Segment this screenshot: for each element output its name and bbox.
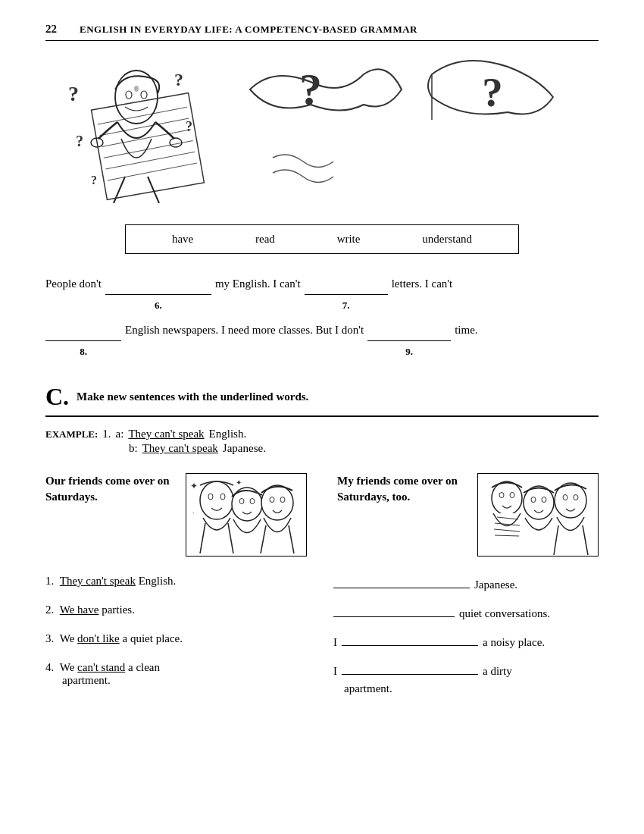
svg-point-9 — [141, 91, 147, 99]
svg-line-18 — [114, 177, 125, 203]
word-understand: understand — [422, 233, 472, 246]
example-a-underline: They can't speak — [128, 428, 204, 441]
svg-line-6 — [108, 163, 198, 180]
svg-text:?: ? — [299, 64, 322, 114]
svg-point-23 — [200, 481, 233, 519]
blank-7[interactable] — [305, 281, 388, 295]
svg-point-12 — [170, 138, 182, 147]
svg-text:?: ? — [76, 133, 83, 149]
exercise-4-left: 4. We can't stand a clean apartment. — [45, 661, 311, 687]
exercise-1-right: Japanese. — [333, 575, 599, 591]
exercise-1-left: 1. They can't speak English. — [45, 575, 311, 588]
fill-text-4: English newspapers. I need more classes.… — [125, 318, 364, 341]
example-b-label: b: — [129, 442, 138, 455]
example-num: 1. — [102, 428, 111, 441]
left-friend-caption: Our friends come over on Saturdays. — [45, 473, 177, 505]
ex-2-blank[interactable] — [333, 604, 455, 617]
fill-text-3: letters. I can't — [392, 272, 453, 295]
svg-line-41 — [495, 535, 519, 536]
blank-8-label: 8. — [45, 342, 121, 362]
ex-1-underline: They can't speak — [60, 575, 136, 587]
word-box: have read write understand — [125, 224, 519, 254]
page-number: 22 — [45, 23, 57, 36]
exercise-3-left: 3. We don't like a quiet place. — [45, 632, 311, 645]
blank-8[interactable] — [45, 328, 121, 341]
exercise-row-4: 4. We can't stand a clean apartment. I a… — [45, 661, 599, 695]
ex-1-end: English. — [139, 575, 177, 587]
left-friend-group: Our friends come over on Saturdays. ✦ — [45, 473, 307, 557]
svg-point-10 — [134, 86, 139, 92]
ex-4-right-end: a dirty — [483, 665, 512, 678]
ex-2-underline: We have — [60, 604, 99, 616]
example-b-end: Japanese. — [223, 442, 266, 455]
ex-3-num: 3. — [45, 632, 54, 644]
example-b-underline: They can't speak — [142, 442, 218, 455]
ex-4-right-start: I — [333, 665, 337, 678]
example-a-label: a: — [116, 428, 124, 441]
word-have: have — [172, 233, 193, 246]
exercise-row-3: 3. We don't like a quiet place. I a nois… — [45, 632, 599, 649]
ex-1-right-end: Japanese. — [474, 578, 517, 591]
exercise-3-right: I a noisy place. — [333, 632, 599, 649]
header-illustration: ? ? ? ? ? ? ? — [45, 52, 599, 203]
ex-4-underline: can't stand — [77, 661, 125, 673]
friends-section: Our friends come over on Saturdays. ✦ — [45, 473, 599, 557]
ex-4-blank[interactable] — [342, 661, 478, 675]
svg-line-4 — [103, 141, 193, 158]
svg-point-36 — [499, 493, 504, 498]
svg-point-25 — [220, 494, 225, 500]
right-friend-caption: My friends come over on Saturdays, too. — [337, 473, 468, 505]
ex-3-end: a quiet place. — [122, 632, 183, 644]
ex-3-right-end: a noisy place. — [483, 636, 545, 649]
svg-text:?: ? — [91, 174, 97, 187]
section-c-letter: C. — [45, 383, 69, 411]
svg-point-35 — [492, 481, 522, 515]
example-a-end: English. — [209, 428, 247, 441]
blank-6-label: 6. — [105, 296, 211, 315]
ex-2-end: parties. — [102, 604, 135, 616]
ex-4-start: We — [60, 661, 75, 673]
svg-text:?: ? — [68, 82, 79, 105]
ex-4-right-end2: apartment. — [344, 682, 392, 694]
blank-9[interactable] — [367, 328, 451, 341]
example-block: EXAMPLE: 1. a: They can't speak English.… — [45, 428, 599, 455]
illustration-area: ? ? ? ? ? ? ? — [45, 52, 599, 203]
blank-6[interactable] — [105, 281, 211, 295]
ex-2-right-end: quiet conversations. — [459, 607, 550, 620]
fill-text-1: People don't — [45, 272, 102, 295]
ex-4-num: 4. — [45, 661, 54, 673]
blank-7-label: 7. — [305, 296, 388, 315]
svg-text:?: ? — [186, 119, 192, 134]
left-friend-illustration: ✦ ✦ · — [186, 473, 307, 557]
svg-line-19 — [148, 177, 159, 203]
exercise-2-left: 2. We have parties. — [45, 604, 311, 616]
ex-1-num: 1. — [45, 575, 54, 587]
page-header: 22 ENGLISH IN EVERYDAY LIFE: A COMPETENC… — [45, 23, 599, 41]
ex-3-underline: don't like — [77, 632, 120, 644]
svg-text:·: · — [192, 509, 195, 517]
svg-text:?: ? — [482, 69, 503, 115]
ex-4-end2: apartment. — [62, 674, 111, 686]
page: 22 ENGLISH IN EVERYDAY LIFE: A COMPETENC… — [0, 0, 644, 834]
svg-text:✦: ✦ — [190, 481, 198, 491]
word-read: read — [255, 233, 275, 246]
svg-point-24 — [208, 494, 213, 500]
ex-3-start: We — [60, 632, 75, 644]
svg-text:✦: ✦ — [236, 478, 242, 487]
fill-text-5: time. — [455, 318, 477, 341]
section-c-header: C. Make new sentences with the underline… — [45, 383, 599, 417]
svg-text:?: ? — [174, 70, 183, 89]
svg-line-5 — [105, 152, 195, 169]
exercise-2-right: quiet conversations. — [333, 604, 599, 620]
exercise-list: 1. They can't speak English. Japanese. 2… — [45, 575, 599, 695]
right-friend-illustration — [477, 473, 599, 557]
section-c-instruction: Make new sentences with the underlined w… — [77, 390, 308, 403]
fill-section: People don't 6. my English. I can't 7. l… — [45, 272, 599, 362]
exercise-row-1: 1. They can't speak English. Japanese. — [45, 575, 599, 591]
ex-3-blank[interactable] — [342, 632, 478, 646]
svg-point-8 — [126, 91, 132, 99]
exercise-row-2: 2. We have parties. quiet conversations. — [45, 604, 599, 620]
ex-2-num: 2. — [45, 604, 54, 616]
word-write: write — [337, 233, 361, 246]
ex-1-blank[interactable] — [333, 575, 470, 588]
